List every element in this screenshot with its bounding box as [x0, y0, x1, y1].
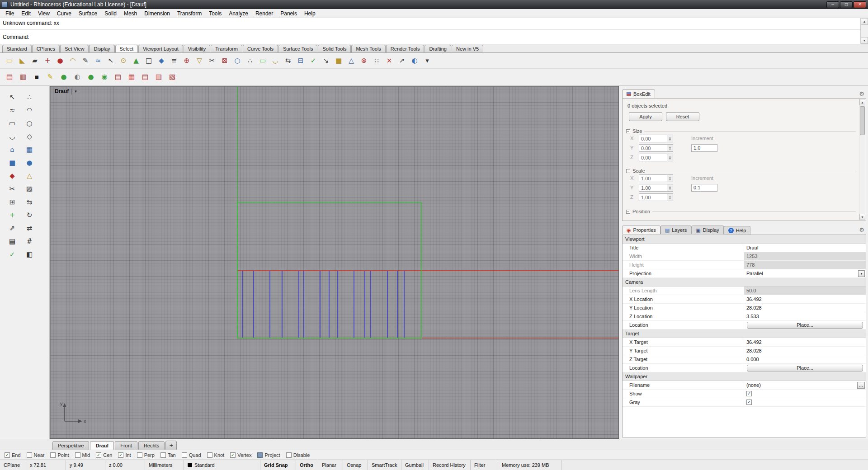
- select-toolbar-icon-14[interactable]: ≡: [168, 55, 180, 66]
- menu-help[interactable]: Help: [301, 9, 319, 18]
- size-increment-input[interactable]: 1.0: [691, 144, 717, 152]
- panel-toolbar-icon-5[interactable]: ●: [58, 71, 70, 83]
- tab-help[interactable]: ?Help: [724, 226, 751, 235]
- toolbar-tab-standard[interactable]: Standard: [2, 45, 32, 52]
- property-value[interactable]: 0.000: [744, 355, 866, 363]
- checkbox[interactable]: [207, 452, 212, 458]
- menu-curve[interactable]: Curve: [53, 9, 75, 18]
- viewport-title[interactable]: Drauf ▾: [55, 88, 77, 94]
- dropdown-icon[interactable]: ▾: [858, 270, 865, 277]
- select-toolbar-icon-16[interactable]: ▽: [193, 55, 205, 66]
- select-toolbar-icon-4[interactable]: +: [42, 55, 53, 66]
- select-toolbar-icon-24[interactable]: ⊟: [295, 55, 307, 66]
- tab-display[interactable]: ▣Display: [691, 226, 723, 234]
- toolbar-tab-mesh-tools[interactable]: Mesh Tools: [351, 45, 385, 52]
- select-toolbar-icon-3[interactable]: ▰: [29, 55, 41, 66]
- select-toolbar-icon-31[interactable]: ×: [383, 55, 395, 66]
- select-toolbar-icon-20[interactable]: ∴: [244, 55, 256, 66]
- scroll-up-icon[interactable]: ▲: [859, 99, 865, 105]
- select-toolbar-icon-27[interactable]: ■: [333, 55, 344, 66]
- viewport-tab-front[interactable]: Front: [115, 441, 137, 450]
- menu-render[interactable]: Render: [252, 9, 277, 18]
- select-toolbar-icon-26[interactable]: ↘: [320, 55, 332, 66]
- side-tool-icon-2[interactable]: ∴: [24, 91, 35, 103]
- select-toolbar-icon-19[interactable]: ○: [231, 55, 243, 66]
- select-toolbar-icon-21[interactable]: ▭: [257, 55, 269, 66]
- side-tool-icon-7[interactable]: ◡: [6, 131, 18, 142]
- status-gumball[interactable]: Gumball: [401, 460, 429, 470]
- minimize-button[interactable]: –: [826, 1, 839, 8]
- scale-z-input[interactable]: 1.00▲▼: [639, 193, 673, 201]
- boxedit-group-position[interactable]: −Position: [626, 209, 856, 214]
- property-value[interactable]: 28.028: [744, 347, 866, 355]
- spinner-down-icon[interactable]: ▼: [669, 188, 671, 190]
- side-tool-icon-10[interactable]: ▦: [24, 144, 35, 155]
- panel-toolbar-icon-11[interactable]: ▤: [139, 71, 151, 83]
- command-input[interactable]: Command:: [0, 30, 868, 44]
- panel-toolbar-icon-2[interactable]: ▥: [17, 71, 29, 83]
- property-section-viewport[interactable]: Viewport: [623, 235, 866, 244]
- spinner-down-icon[interactable]: ▼: [669, 158, 671, 160]
- property-section-camera[interactable]: Camera: [623, 278, 866, 287]
- gear-icon[interactable]: ⚙: [859, 227, 864, 233]
- spinner-down-icon[interactable]: ▼: [669, 148, 671, 150]
- side-tool-icon-17[interactable]: ⊞: [6, 196, 18, 208]
- select-toolbar-icon-9[interactable]: ↖: [105, 55, 117, 66]
- menu-surface[interactable]: Surface: [75, 9, 101, 18]
- select-toolbar-icon-22[interactable]: ◡: [269, 55, 281, 66]
- side-tool-icon-5[interactable]: ▭: [6, 118, 18, 129]
- select-toolbar-icon-8[interactable]: ≈: [92, 55, 104, 66]
- place-button[interactable]: Place...: [747, 322, 863, 329]
- spinner-down-icon[interactable]: ▼: [669, 139, 671, 141]
- toolbar-tab-viewport-layout[interactable]: Viewport Layout: [138, 45, 183, 52]
- scale-x-input[interactable]: 1.00▲▼: [639, 174, 673, 182]
- checkbox[interactable]: [257, 452, 263, 458]
- toolbar-tab-transform[interactable]: Transform: [211, 45, 242, 52]
- boxedit-group-scale[interactable]: −Scale: [626, 168, 856, 174]
- select-toolbar-icon-6[interactable]: ◠: [67, 55, 79, 66]
- checkbox[interactable]: [27, 452, 32, 458]
- property-section-wallpaper[interactable]: Wallpaper: [623, 372, 866, 381]
- menu-solid[interactable]: Solid: [101, 9, 120, 18]
- checkbox-checked[interactable]: ✓: [746, 391, 752, 396]
- side-tool-icon-13[interactable]: ◆: [6, 170, 18, 182]
- select-toolbar-icon-25[interactable]: ✓: [307, 55, 319, 66]
- checkbox[interactable]: [160, 452, 166, 458]
- spinner-icon[interactable]: ▲▼: [667, 135, 673, 142]
- collapse-icon[interactable]: −: [626, 129, 630, 133]
- spinner-icon[interactable]: ▲▼: [667, 194, 673, 201]
- side-tool-icon-20[interactable]: ↻: [24, 209, 35, 221]
- select-toolbar-icon-32[interactable]: ↗: [396, 55, 408, 66]
- tab-boxedit[interactable]: BoxEdit: [622, 89, 655, 98]
- panel-toolbar-icon-12[interactable]: ▥: [153, 71, 165, 83]
- select-toolbar-icon-23[interactable]: ⇆: [282, 55, 294, 66]
- osnap-vertex[interactable]: ✓Vertex: [230, 452, 251, 458]
- spinner-down-icon[interactable]: ▼: [669, 197, 671, 200]
- side-tool-icon-3[interactable]: ≈: [6, 104, 18, 116]
- checkbox[interactable]: [182, 452, 187, 458]
- toolbar-tab-select[interactable]: Select: [115, 45, 138, 52]
- osnap-project[interactable]: Project: [257, 452, 280, 458]
- side-tool-icon-16[interactable]: ▨: [24, 183, 35, 195]
- viewport-tab-perspektive[interactable]: Perspektive: [52, 441, 89, 450]
- select-toolbar-icon-10[interactable]: ⊙: [118, 55, 129, 66]
- checkbox-checked[interactable]: ✓: [746, 400, 752, 405]
- select-toolbar-icon-28[interactable]: △: [345, 55, 357, 66]
- panel-toolbar-icon-13[interactable]: ▧: [166, 71, 178, 83]
- property-value[interactable]: 36.492: [744, 295, 866, 303]
- side-tool-icon-22[interactable]: ⇄: [24, 222, 35, 234]
- size-x-input[interactable]: 0.00▲▼: [639, 135, 673, 142]
- panel-toolbar-icon-6[interactable]: ◐: [71, 71, 83, 83]
- select-toolbar-icon-29[interactable]: ⊗: [358, 55, 370, 66]
- scroll-up-icon[interactable]: ▲: [861, 18, 868, 25]
- scale-increment-input[interactable]: 0.1: [691, 184, 717, 192]
- toolbar-tab-surface-tools[interactable]: Surface Tools: [278, 45, 317, 52]
- panel-toolbar-icon-9[interactable]: ▤: [112, 71, 124, 83]
- viewport-tab-rechts[interactable]: Rechts: [138, 441, 165, 450]
- scrollbar-thumb[interactable]: [860, 106, 865, 135]
- spinner-icon[interactable]: ▲▼: [667, 184, 673, 191]
- menu-mesh[interactable]: Mesh: [120, 9, 141, 18]
- status-grid-snap[interactable]: Grid Snap: [260, 460, 296, 470]
- menu-edit[interactable]: Edit: [18, 9, 34, 18]
- menu-file[interactable]: File: [2, 9, 18, 18]
